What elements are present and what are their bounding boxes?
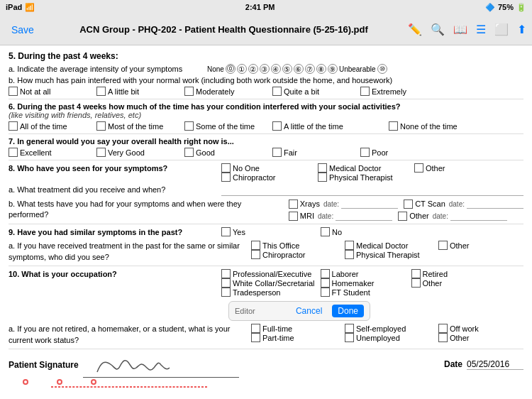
cb-prof[interactable] (221, 269, 231, 278)
cb-good[interactable] (184, 148, 194, 157)
save-button[interactable]: Save (6, 21, 40, 38)
cb-med-doc[interactable] (318, 163, 327, 173)
cb-ft-student[interactable] (321, 288, 330, 297)
q10a-parttime: Part-time (251, 333, 336, 342)
q10a-col3: Off work Other (438, 324, 523, 342)
cb-unemployed[interactable] (345, 333, 354, 342)
cb-ctscan[interactable] (404, 200, 413, 209)
radio-3[interactable]: ③ (260, 64, 270, 74)
scale-unbearable-label: Unbearable (339, 65, 376, 73)
editor-cancel-button[interactable]: Cancel (292, 305, 326, 317)
q8-label: 8. Who have you seen for your symptoms? (9, 163, 221, 174)
cb-q9-yes[interactable] (221, 227, 231, 236)
cb-pt[interactable] (318, 173, 327, 182)
cb-no-one[interactable] (221, 163, 231, 173)
cb-q9-med-doc[interactable] (345, 241, 354, 250)
cb-quite-a-bit[interactable] (272, 87, 282, 96)
sig-handle-2[interactable] (57, 379, 62, 385)
editor-done-button[interactable]: Done (332, 305, 364, 317)
cb-mri[interactable] (289, 212, 298, 221)
cb-some-time[interactable] (184, 121, 194, 131)
time-label: 2:41 PM (245, 3, 275, 11)
q9a-row: a. If you have received treatment in the… (9, 241, 523, 263)
date-value[interactable]: 05/25/2016 (467, 359, 523, 370)
q6-sublabel: (like visiting with friends, relatives, … (9, 111, 523, 119)
cb-little-bit[interactable] (96, 87, 106, 96)
q10-white-collar: White Collar/Secretarial (221, 278, 315, 288)
edit-icon[interactable]: ✏️ (408, 23, 422, 36)
cb-this-office[interactable] (251, 241, 260, 250)
q8b-mri: MRI date: (289, 211, 392, 221)
radio-8[interactable]: ⑧ (316, 64, 326, 74)
cb-not-at-all[interactable] (9, 87, 18, 96)
cb-little-time[interactable] (272, 121, 282, 131)
book-icon[interactable]: 📖 (453, 23, 467, 36)
q9a-options: This Office Chiropractor Medical Doctor … (251, 241, 523, 259)
cb-very-good[interactable] (96, 148, 106, 157)
cb-q8-other[interactable] (414, 163, 423, 173)
radio-2[interactable]: ② (248, 64, 258, 74)
radio-10[interactable]: ⑩ (377, 64, 387, 74)
q7-excellent: Excellent (9, 148, 94, 157)
q10-col1: Professional/Executive White Collar/Secr… (221, 269, 315, 297)
cb-q9-chiro[interactable] (251, 250, 260, 259)
cb-homemaker[interactable] (321, 278, 330, 288)
sig-handle-3[interactable] (91, 379, 96, 385)
cb-most-time[interactable] (96, 121, 106, 131)
cb-q10-other[interactable] (411, 278, 421, 288)
cb-white-collar[interactable] (221, 278, 231, 288)
other-date-input[interactable] (450, 211, 507, 221)
ctscan-date-input[interactable] (467, 199, 523, 209)
cb-moderately[interactable] (184, 87, 194, 96)
q9a-label: a. If you have received treatment in the… (9, 241, 251, 263)
radio-5[interactable]: ⑤ (282, 64, 292, 74)
q8b-row: b. What tests have you had for your symp… (9, 199, 523, 221)
radio-7[interactable]: ⑦ (305, 64, 315, 74)
cb-laborer[interactable] (321, 269, 330, 278)
cb-fulltime[interactable] (251, 324, 260, 333)
search-icon[interactable]: 🔍 (431, 23, 445, 36)
cb-all-time[interactable] (9, 121, 18, 131)
divider-8-9 (9, 224, 523, 224)
mri-date-input[interactable] (336, 211, 392, 221)
q10a-unemployed: Unemployed (345, 333, 430, 342)
radio-0[interactable]: ⓪ (226, 64, 235, 74)
bluetooth-icon: 🔷 (485, 3, 495, 12)
cb-q9-no[interactable] (321, 227, 330, 236)
sig-handle-1[interactable] (23, 379, 28, 385)
cb-self-employed[interactable] (345, 324, 354, 333)
radio-9[interactable]: ⑨ (328, 64, 338, 74)
q8b-test-row1: Xrays date: CT Scan date: (289, 199, 523, 209)
cb-chiro[interactable] (221, 173, 231, 182)
q7-poor: Poor (360, 148, 445, 157)
q8-row: 8. Who have you seen for your symptoms? … (9, 163, 523, 182)
q8a-input[interactable] (221, 185, 523, 196)
xray-date-input[interactable] (341, 199, 398, 209)
cb-xray[interactable] (289, 200, 298, 209)
cb-poor[interactable] (360, 148, 370, 157)
cb-fair[interactable] (272, 148, 282, 157)
cb-q9-pt[interactable] (345, 250, 354, 259)
cb-extremely[interactable] (360, 87, 370, 96)
q9-yn: Yes No (221, 227, 406, 236)
radio-1[interactable]: ① (237, 64, 247, 74)
radio-4[interactable]: ④ (271, 64, 281, 74)
cb-parttime[interactable] (251, 333, 260, 342)
upload-icon[interactable]: ⬆ (517, 23, 526, 36)
cb-excellent[interactable] (9, 148, 18, 157)
q10a-label: a. If you are not retired, a homemaker, … (9, 324, 251, 346)
list-icon[interactable]: ☰ (476, 23, 486, 36)
q10-other: Other (411, 278, 497, 288)
cb-work-other[interactable] (438, 333, 448, 342)
sig-area[interactable] (83, 352, 239, 378)
cb-q9-other[interactable] (438, 241, 448, 250)
q5b-quite-a-bit: Quite a bit (272, 87, 358, 96)
share-icon[interactable]: ⬜ (494, 23, 509, 36)
radio-6[interactable]: ⑥ (294, 64, 304, 74)
cb-trade[interactable] (221, 288, 231, 297)
cb-none-time[interactable] (389, 121, 398, 131)
q5b-little-bit: A little bit (96, 87, 182, 96)
cb-test-other[interactable] (398, 212, 407, 221)
cb-retired[interactable] (411, 269, 421, 278)
cb-off-work[interactable] (438, 324, 448, 333)
